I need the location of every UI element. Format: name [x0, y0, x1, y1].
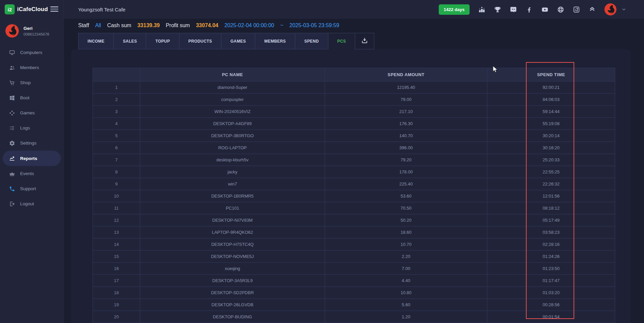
sidebar-item-events[interactable]: Events — [0, 166, 63, 181]
summary-bar: Staff All Cash sum 33139.39 Profit sum 3… — [78, 22, 339, 29]
staff-label: Staff — [78, 22, 89, 29]
col-index — [93, 68, 140, 82]
tab-topup[interactable]: TOPUP — [146, 33, 179, 49]
col-spend-amount: SPEND AMOUNT — [325, 68, 487, 82]
tab-income[interactable]: INCOME — [78, 33, 114, 49]
spend-time-cell: 00:01:54 — [487, 311, 615, 323]
table-row: 2 compuspler 79.00 84:06:03 — [93, 94, 615, 106]
discord-icon[interactable] — [510, 6, 517, 13]
spend-time-cell: 59:14:44 — [487, 106, 615, 118]
staff-filter-value[interactable]: All — [95, 22, 101, 29]
spend-amount-cell: 12195.40 — [325, 82, 487, 94]
row-index-cell: 4 — [93, 118, 140, 130]
sidebar-item-support[interactable]: Support — [0, 181, 63, 196]
sidebar-item-logs[interactable]: Logs — [0, 120, 63, 136]
row-index-cell: 5 — [93, 130, 140, 142]
spend-amount-cell: 2.20 — [325, 251, 487, 263]
tab-products[interactable]: PRODUCTS — [179, 33, 222, 49]
report-tabs: INCOME SALES TOPUP PRODUCTS GAMES MEMBER… — [78, 33, 374, 49]
row-index-cell: 9 — [93, 178, 140, 190]
trophy-icon[interactable] — [494, 6, 501, 13]
user-avatar[interactable] — [604, 3, 616, 15]
spend-amount-cell: 53.60 — [325, 190, 487, 202]
gear-icon — [9, 140, 15, 146]
row-index-cell: 16 — [93, 263, 140, 275]
table-row: 18 DESKTOP-SD2PDBR 10.80 01:03:20 — [93, 287, 615, 299]
row-index-cell: 13 — [93, 226, 140, 238]
spend-time-cell: 01:17:47 — [487, 275, 615, 287]
pc-name-cell: DESKTOP-NI7V83M — [140, 214, 325, 226]
user-phone: 008612345678 — [23, 32, 49, 36]
spend-amount-cell: 79.20 — [325, 154, 487, 166]
sidebar-item-settings[interactable]: Settings — [0, 136, 63, 151]
pc-name-cell: DESKTOP-1B0RMR5 — [140, 190, 325, 202]
pc-name-cell: DESKTOP-SD2PDBR — [140, 287, 325, 299]
spend-time-cell: 00:28:56 — [487, 299, 615, 311]
brand-area: i2 iCafeCloud — [0, 0, 64, 19]
profit-sum-value: 33074.04 — [196, 22, 218, 29]
download-button[interactable] — [355, 33, 374, 49]
table-row: 3 WIN-20240516VIZ 217.10 59:14:44 — [93, 106, 615, 118]
spend-time-cell: 84:06:03 — [487, 94, 615, 106]
days-badge-button[interactable]: 1422 days — [439, 4, 470, 15]
table-row: 5 DESKTOP-3B0RTGO 140.70 30:20:14 — [93, 130, 615, 142]
globe-icon[interactable] — [557, 6, 564, 13]
sidebar-avatar[interactable] — [5, 24, 19, 38]
tab-members[interactable]: MEMBERS — [255, 33, 295, 49]
sidebar-item-label: Games — [20, 110, 35, 115]
table-row: 16 xueqing 7.00 01:23:50 — [93, 263, 615, 275]
chart-icon — [9, 155, 15, 161]
sidebar-item-logout[interactable]: Logout — [0, 196, 63, 211]
brand-name: iCafeCloud — [17, 6, 48, 13]
table-row: 8 jacky 178.00 22:55:25 — [93, 166, 615, 178]
brand-logo-icon: i2 — [5, 4, 15, 14]
report-panel: PC NAME SPEND AMOUNT SPEND TIME 1 diamon… — [71, 49, 631, 323]
date-from[interactable]: 2025-02-04 00:00:00 — [224, 22, 274, 29]
chevron-down-icon[interactable] — [621, 7, 627, 12]
tab-games[interactable]: GAMES — [221, 33, 255, 49]
icafecloud-icon[interactable] — [573, 6, 580, 13]
spend-time-cell: 08:18:12 — [487, 202, 615, 214]
sidebar-item-reports[interactable]: Reports — [3, 151, 61, 166]
hamburger-menu-icon[interactable] — [50, 6, 58, 13]
spend-amount-cell: 396.00 — [325, 142, 487, 154]
pc-name-cell: DESKTOP-NOVME5J — [140, 251, 325, 263]
sidebar: Geri 008612345678 Computers Members Shop… — [0, 19, 64, 323]
spend-time-cell: 01:23:50 — [487, 263, 615, 275]
spend-time-cell: 22:26:32 — [487, 178, 615, 190]
sidebar-item-members[interactable]: Members — [0, 60, 63, 75]
cart-icon — [9, 80, 15, 86]
pc-name-cell: xueqing — [140, 263, 325, 275]
sidebar-item-games[interactable]: Games — [0, 105, 63, 120]
spend-amount-cell: 10.70 — [325, 238, 487, 251]
pc-name-cell: LAPTOP-9R4QKO62 — [140, 226, 325, 238]
col-pc-name: PC NAME — [140, 68, 325, 82]
table-row: 10 DESKTOP-1B0RMR5 53.60 12:01:56 — [93, 190, 615, 202]
tab-spend[interactable]: SPEND — [295, 33, 328, 49]
youtube-icon[interactable] — [541, 6, 548, 13]
date-to[interactable]: 2025-03-05 23:59:59 — [289, 22, 339, 29]
table-row: 9 win7 225.40 22:26:32 — [93, 178, 615, 190]
table-row: 4 DESKTOP-A4GF89 176.30 55:19:08 — [93, 118, 615, 130]
youngzsoft-icon[interactable] — [589, 6, 596, 13]
spend-time-cell: 12:01:56 — [487, 190, 615, 202]
spend-amount-cell: 176.30 — [325, 118, 487, 130]
cafe-title: Youngzsoft Test Cafe — [78, 0, 125, 19]
spend-time-cell: 02:28:16 — [487, 238, 615, 251]
row-index-cell: 6 — [93, 142, 140, 154]
sidebar-item-label: Support — [20, 186, 36, 191]
table-row: 7 desktop-kburh5v 79.20 25:20:33 — [93, 154, 615, 166]
table-row: 15 DESKTOP-NOVME5J 2.20 01:24:26 — [93, 251, 615, 263]
sidebar-item-label: Events — [20, 171, 34, 176]
sidebar-item-boot[interactable]: Boot — [0, 90, 63, 105]
facebook-icon[interactable] — [526, 6, 533, 13]
ranking-icon[interactable] — [478, 6, 485, 13]
row-index-cell: 3 — [93, 106, 140, 118]
monitor-icon — [9, 50, 15, 56]
sidebar-item-computers[interactable]: Computers — [0, 45, 63, 60]
sidebar-item-shop[interactable]: Shop — [0, 75, 63, 90]
row-index-cell: 7 — [93, 154, 140, 166]
row-index-cell: 17 — [93, 275, 140, 287]
tab-pcs[interactable]: PCS — [328, 33, 356, 49]
tab-sales[interactable]: SALES — [113, 33, 146, 49]
